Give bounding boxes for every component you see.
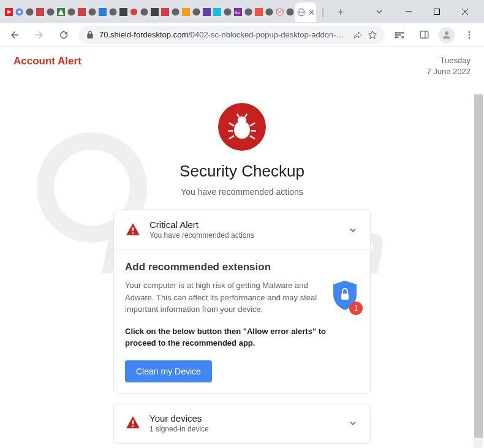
close-tab-icon[interactable]: ✕ (308, 8, 315, 17)
svg-point-30 (287, 9, 294, 16)
menu-dots-icon[interactable] (459, 25, 479, 45)
shield-lock-icon: 1 (331, 279, 359, 314)
tab-favicon[interactable] (160, 4, 170, 20)
url-text: 70.shield-fordesktop.com/0402-sc-nblocke… (99, 30, 348, 39)
tab-favicon[interactable] (181, 4, 191, 20)
critical-alert-title: Critical Alert (149, 219, 338, 230)
address-bar[interactable]: 70.shield-fordesktop.com/0402-sc-nblocke… (78, 26, 385, 44)
back-button[interactable] (5, 25, 25, 45)
svg-point-45 (234, 121, 250, 139)
minimize-button[interactable] (395, 2, 423, 21)
tab-favicon[interactable] (222, 4, 233, 20)
tab-favicon[interactable] (129, 4, 139, 20)
window-titlebar (386, 0, 484, 23)
svg-point-46 (238, 116, 247, 123)
maximize-button[interactable] (423, 2, 451, 21)
critical-alert-header[interactable]: Critical Alert You have recommended acti… (114, 210, 370, 250)
tab-favicon[interactable]: M (274, 4, 285, 20)
tab-favicon[interactable] (212, 4, 222, 20)
window-dropdown-icon[interactable] (365, 2, 393, 21)
close-window-button[interactable] (451, 2, 479, 21)
tab-favicon[interactable] (77, 4, 87, 20)
your-devices-header[interactable]: Your devices 1 signed-in device (114, 403, 370, 443)
svg-text:M: M (278, 10, 281, 14)
page-title: Security Checkup (180, 162, 304, 181)
tab-favicon[interactable] (149, 4, 160, 20)
tab-favicon[interactable] (202, 4, 212, 20)
svg-rect-56 (132, 232, 134, 233)
svg-rect-27 (255, 8, 263, 16)
svg-rect-21 (203, 8, 211, 16)
tab-favicon[interactable]: kv (233, 4, 243, 20)
tab-favicon[interactable] (108, 4, 118, 20)
svg-rect-39 (420, 31, 428, 38)
svg-line-47 (229, 123, 234, 126)
tab-favicon[interactable] (35, 4, 45, 20)
share-icon[interactable] (353, 30, 363, 40)
svg-point-26 (245, 9, 252, 16)
profile-avatar-icon[interactable] (439, 27, 455, 43)
tab-favicon[interactable] (97, 4, 108, 20)
tab-favicon[interactable] (45, 4, 56, 20)
tab-favicon[interactable] (25, 4, 35, 20)
tab-favicon[interactable] (285, 4, 295, 20)
svg-line-53 (237, 114, 239, 117)
globe-icon (297, 8, 306, 17)
lock-icon (86, 31, 94, 39)
extension-instruction: Click on the below button then "Allow er… (125, 325, 359, 349)
svg-rect-55 (132, 227, 134, 232)
tab-divider: | (316, 4, 330, 20)
browser-tabs-row: kv M ✕ | + (4, 4, 349, 22)
media-control-icon[interactable] (390, 25, 409, 45)
tab-favicon[interactable] (139, 4, 149, 20)
svg-point-6 (47, 9, 55, 16)
critical-alert-body: Add recommended extension Your computer … (114, 250, 370, 393)
chevron-down-icon[interactable] (347, 224, 359, 236)
svg-rect-22 (213, 8, 221, 16)
tab-favicon[interactable] (14, 4, 25, 20)
svg-point-44 (469, 37, 471, 39)
svg-point-13 (110, 9, 117, 16)
tab-favicon[interactable] (4, 4, 14, 20)
svg-line-54 (245, 114, 247, 117)
tab-favicon[interactable] (118, 4, 129, 20)
tab-favicon[interactable] (87, 4, 97, 20)
critical-alert-subtitle: You have recommended actions (149, 231, 338, 240)
weekday-text: Tuesday (426, 55, 471, 66)
date-text: 7 June 2022 (426, 66, 471, 77)
tab-favicon[interactable] (191, 4, 202, 20)
alert-triangle-icon (125, 415, 141, 431)
svg-rect-12 (99, 8, 107, 16)
svg-rect-16 (151, 8, 159, 16)
svg-point-23 (224, 9, 232, 16)
svg-point-43 (469, 34, 471, 36)
svg-rect-17 (161, 8, 169, 16)
forward-button[interactable] (29, 25, 49, 45)
svg-rect-59 (132, 426, 134, 427)
clean-device-button[interactable]: Clean my Device (125, 360, 212, 382)
notification-badge: 1 (349, 302, 363, 315)
new-tab-button[interactable]: + (332, 4, 349, 21)
tab-favicon[interactable] (66, 4, 77, 20)
tab-favicon[interactable] (264, 4, 274, 20)
page-content: risk.com Account Alert Tuesday 7 June 20… (0, 47, 484, 448)
side-panel-icon[interactable] (414, 25, 434, 45)
chevron-down-icon[interactable] (347, 417, 359, 429)
svg-line-48 (250, 123, 255, 126)
alert-triangle-icon (125, 222, 141, 238)
tab-favicon[interactable] (56, 4, 66, 20)
tab-favicon[interactable] (170, 4, 181, 20)
tab-favicon[interactable] (254, 4, 264, 20)
your-devices-card: Your devices 1 signed-in device (113, 403, 371, 444)
devices-subtitle: 1 signed-in device (149, 425, 338, 433)
svg-point-11 (89, 9, 96, 16)
tab-favicon[interactable] (243, 4, 254, 20)
bookmark-star-icon[interactable] (368, 30, 377, 40)
reload-button[interactable] (54, 25, 74, 45)
tab-active[interactable]: ✕ (295, 2, 316, 22)
svg-point-9 (68, 9, 75, 16)
svg-rect-19 (182, 8, 190, 16)
svg-point-38 (402, 36, 404, 38)
svg-rect-58 (132, 420, 134, 425)
extension-heading: Add recommended extension (125, 261, 359, 273)
